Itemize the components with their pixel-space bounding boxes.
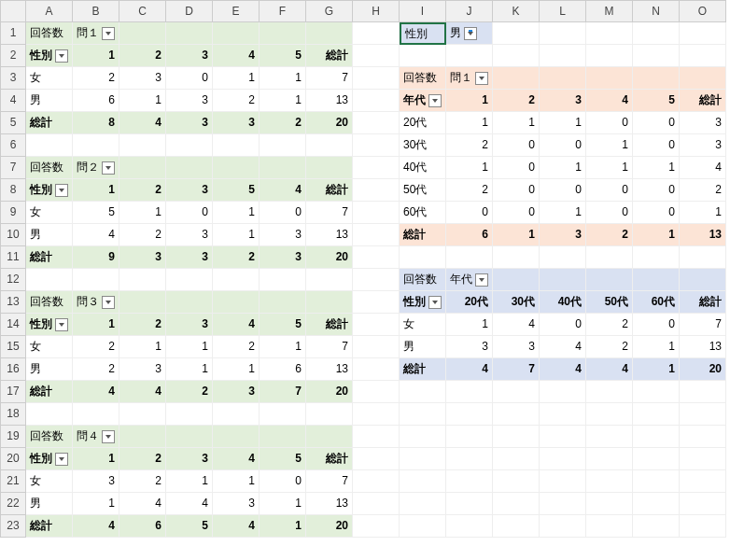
col-header[interactable]: K <box>493 0 540 22</box>
col-header[interactable]: C <box>119 0 166 22</box>
cell[interactable]: 性別 <box>26 179 73 202</box>
cell[interactable]: 1 <box>260 90 306 112</box>
pivot-dropdown-icon[interactable] <box>55 49 68 63</box>
cell[interactable] <box>586 426 633 448</box>
cell[interactable] <box>680 269 726 291</box>
cell[interactable] <box>306 403 353 426</box>
cell[interactable] <box>586 470 633 493</box>
col-header[interactable]: E <box>213 0 260 22</box>
cell[interactable]: 4 <box>119 381 166 403</box>
cell[interactable] <box>119 22 166 45</box>
row-header[interactable]: 12 <box>0 269 26 291</box>
cell[interactable] <box>680 22 726 45</box>
cell[interactable]: 6 <box>119 515 166 538</box>
cell[interactable]: 年代 <box>446 269 493 291</box>
cell[interactable] <box>680 470 726 493</box>
cell[interactable]: 2 <box>586 336 633 358</box>
cell[interactable]: 総計 <box>26 515 73 538</box>
cell[interactable]: 1 <box>73 448 119 470</box>
col-header[interactable]: O <box>680 0 726 22</box>
cell[interactable]: 20 <box>306 381 353 403</box>
cell[interactable] <box>586 22 633 45</box>
cell[interactable] <box>166 134 213 157</box>
cell[interactable]: 3 <box>213 493 260 515</box>
cell[interactable]: 性別 <box>26 45 73 67</box>
cell[interactable]: 性別 <box>400 291 446 314</box>
cell[interactable]: 1 <box>633 224 680 246</box>
cell[interactable] <box>400 426 446 448</box>
cell[interactable]: 4 <box>213 314 260 336</box>
col-header[interactable]: G <box>306 0 353 22</box>
cell[interactable]: 2 <box>119 224 166 246</box>
cell[interactable] <box>540 269 586 291</box>
cell[interactable] <box>260 403 306 426</box>
cell[interactable]: 1 <box>119 336 166 358</box>
cell[interactable] <box>446 426 493 448</box>
cell[interactable]: 3 <box>680 134 726 157</box>
cell[interactable]: 13 <box>680 336 726 358</box>
cell[interactable] <box>540 515 586 538</box>
cell[interactable]: 5 <box>260 448 306 470</box>
cell[interactable]: 2 <box>446 134 493 157</box>
cell[interactable] <box>586 493 633 515</box>
cell[interactable] <box>633 381 680 403</box>
cell[interactable] <box>493 493 540 515</box>
cell[interactable] <box>540 246 586 269</box>
cell[interactable]: 0 <box>633 134 680 157</box>
cell[interactable] <box>353 224 400 246</box>
cell[interactable] <box>213 157 260 179</box>
cell[interactable] <box>680 45 726 67</box>
cell[interactable] <box>166 426 213 448</box>
cell[interactable] <box>353 269 400 291</box>
cell[interactable]: 0 <box>633 314 680 336</box>
pivot-dropdown-icon[interactable] <box>102 296 115 309</box>
cell[interactable]: 0 <box>166 67 213 90</box>
cell[interactable]: 男 <box>26 358 73 381</box>
cell[interactable]: 3 <box>166 224 213 246</box>
cell[interactable]: 1 <box>446 314 493 336</box>
cell[interactable]: 0 <box>586 179 633 202</box>
cell[interactable] <box>166 269 213 291</box>
cell[interactable]: 1 <box>73 45 119 67</box>
cell[interactable] <box>306 291 353 314</box>
row-header[interactable]: 20 <box>0 448 26 470</box>
cell[interactable] <box>633 448 680 470</box>
cell[interactable] <box>353 314 400 336</box>
cell[interactable]: 回答数 <box>26 22 73 45</box>
cell[interactable] <box>306 134 353 157</box>
cell[interactable] <box>400 403 446 426</box>
cell[interactable]: 60代 <box>400 202 446 224</box>
cell[interactable]: 20代 <box>446 291 493 314</box>
cell[interactable] <box>400 45 446 67</box>
cell[interactable] <box>213 291 260 314</box>
col-header[interactable]: F <box>260 0 306 22</box>
cell[interactable]: 問４ <box>73 426 119 448</box>
cell[interactable]: 2 <box>119 45 166 67</box>
pivot-dropdown-icon[interactable] <box>464 27 477 40</box>
cell[interactable] <box>213 22 260 45</box>
row-header[interactable]: 11 <box>0 246 26 269</box>
cell[interactable]: 回答数 <box>400 269 446 291</box>
cell[interactable] <box>353 381 400 403</box>
cell[interactable]: 2 <box>213 246 260 269</box>
cell[interactable]: 性別 <box>26 314 73 336</box>
cell[interactable] <box>680 381 726 403</box>
cell[interactable] <box>633 45 680 67</box>
pivot-dropdown-icon[interactable] <box>428 296 442 309</box>
cell[interactable]: 1 <box>213 358 260 381</box>
cell[interactable] <box>540 470 586 493</box>
cell[interactable]: 男 <box>26 493 73 515</box>
cell[interactable] <box>680 493 726 515</box>
cell[interactable]: 1 <box>166 358 213 381</box>
select-all-corner[interactable] <box>0 0 26 22</box>
cell[interactable]: 2 <box>213 90 260 112</box>
cell[interactable] <box>446 45 493 67</box>
cell[interactable] <box>353 112 400 134</box>
pivot-dropdown-icon[interactable] <box>102 27 115 40</box>
cell[interactable] <box>119 291 166 314</box>
cell[interactable]: 総計 <box>26 112 73 134</box>
cell[interactable]: 回答数 <box>26 291 73 314</box>
cell[interactable]: 4 <box>493 314 540 336</box>
cell[interactable]: 1 <box>213 224 260 246</box>
cell[interactable]: 1 <box>540 112 586 134</box>
